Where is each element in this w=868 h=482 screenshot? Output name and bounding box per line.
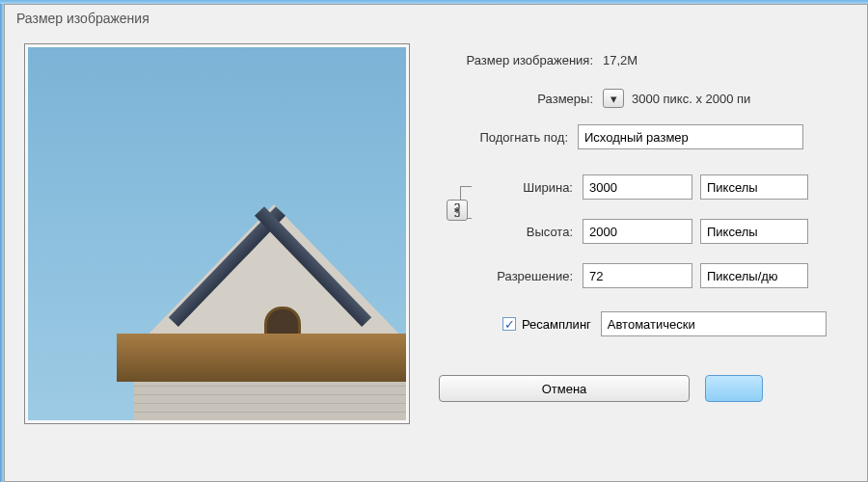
dimensions-label: Размеры: [439, 92, 603, 106]
fit-to-value: Исходный размер [584, 130, 689, 145]
resample-checkbox[interactable]: ✓ [502, 317, 516, 331]
dimensions-value: 3000 пикс. x 2000 пи [632, 92, 750, 106]
height-unit-value: Пикселы [707, 225, 758, 239]
width-unit-select[interactable]: Пикселы [700, 174, 808, 200]
dimensions-flyout-button[interactable]: ▾ [603, 89, 624, 108]
constrain-proportions-toggle[interactable] [447, 200, 468, 221]
ok-button[interactable] [705, 375, 763, 402]
cancel-button[interactable]: Отмена [439, 375, 690, 402]
resolution-label: Разрешение: [439, 269, 583, 283]
dialog-title: Размер изображения [5, 5, 867, 34]
width-input[interactable] [583, 174, 692, 200]
resolution-input[interactable] [583, 263, 692, 288]
resolution-unit-select[interactable]: Пикселы/дю [700, 263, 808, 288]
resample-label: Ресамплинг [522, 317, 591, 332]
image-size-dialog: Размер изображения [4, 4, 868, 482]
image-preview [24, 43, 410, 424]
image-size-label: Размер изображения: [439, 53, 603, 67]
cancel-button-label: Отмена [542, 382, 587, 396]
chevron-down-icon: ▾ [610, 92, 617, 106]
image-size-value: 17,2M [603, 53, 637, 67]
resolution-unit-value: Пикселы/дю [707, 269, 778, 283]
fit-to-select[interactable]: Исходный размер [578, 124, 803, 149]
resample-method-value: Автоматически [608, 317, 695, 332]
checkmark-icon: ✓ [504, 317, 515, 332]
height-input[interactable] [583, 219, 692, 244]
width-unit-value: Пикселы [707, 180, 758, 195]
resample-method-select[interactable]: Автоматически [601, 311, 827, 336]
chain-link-icon [451, 203, 463, 217]
height-unit-select[interactable]: Пикселы [700, 219, 808, 244]
fit-to-label: Подогнать под: [439, 130, 578, 145]
